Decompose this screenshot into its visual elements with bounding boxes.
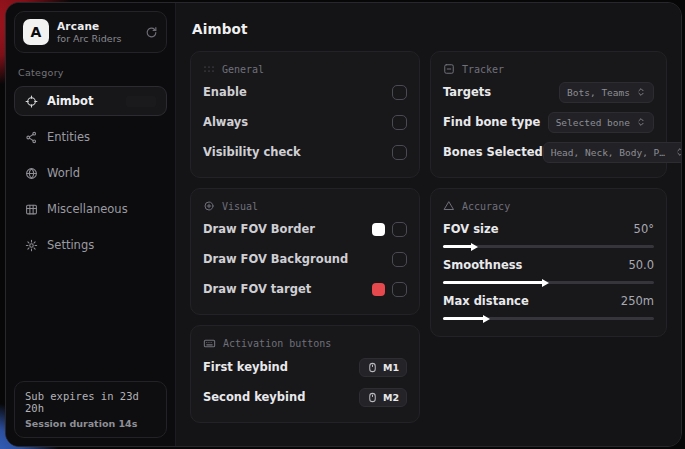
slider-value: 50.0 — [628, 258, 654, 272]
slider-label: Smoothness — [443, 258, 522, 272]
slider-thumb[interactable] — [471, 243, 478, 251]
fov-target-checkbox[interactable] — [392, 282, 407, 297]
gear-icon — [24, 239, 38, 252]
app-logo: A — [23, 19, 49, 45]
sidebar: A Arcane for Arc Riders Category Aimbot — [6, 3, 176, 446]
triangle-icon — [443, 200, 455, 212]
setting-label: Second keybind — [203, 390, 305, 404]
sidebar-item-label: World — [47, 166, 80, 180]
first-keybind-button[interactable]: M1 — [359, 358, 407, 377]
setting-label: Bones Selected — [443, 145, 543, 159]
sidebar-item-aimbot[interactable]: Aimbot — [14, 86, 167, 116]
setting-label: Enable — [203, 85, 247, 99]
subscription-info: Sub expires in 23d 20h Session duration … — [14, 381, 167, 438]
chevrons-up-down-icon — [636, 87, 646, 97]
mouse-icon — [367, 392, 378, 403]
app-subtitle: for Arc Riders — [57, 33, 137, 44]
keyboard-icon — [203, 337, 216, 350]
setting-row-fov-border: Draw FOV Border — [203, 216, 407, 242]
entities-icon — [24, 131, 38, 144]
activation-card: Activation buttons First keybind M1 — [190, 325, 420, 423]
bones-selected-dropdown[interactable]: Head, Neck, Body, Pe... — [543, 142, 681, 163]
slider-thumb[interactable] — [483, 315, 490, 323]
sidebar-item-settings[interactable]: Settings — [14, 230, 167, 260]
chevrons-up-down-icon — [636, 117, 646, 127]
setting-row-second-keybind: Second keybind M2 — [203, 384, 407, 410]
fov-target-color-swatch[interactable] — [372, 283, 385, 296]
tracker-card: Tracker Targets Bots, Teams — [430, 51, 667, 178]
session-duration-text: Session duration 14s — [25, 418, 156, 429]
mouse-icon — [367, 362, 378, 373]
category-label: Category — [18, 67, 163, 78]
setting-label: First keybind — [203, 360, 288, 374]
sidebar-nav: Aimbot Entities World — [14, 86, 167, 260]
square-minus-icon — [443, 63, 455, 75]
app-window: A Arcane for Arc Riders Category Aimbot — [5, 2, 682, 447]
sidebar-item-entities[interactable]: Entities — [14, 122, 167, 152]
globe-icon — [24, 167, 38, 180]
page-title: Aimbot — [192, 21, 665, 37]
fov-border-checkbox[interactable] — [392, 222, 407, 237]
card-title: Accuracy — [462, 201, 510, 212]
find-bone-type-dropdown[interactable]: Selected bone — [548, 112, 654, 133]
setting-label: Visibility check — [203, 145, 301, 159]
refresh-icon[interactable] — [145, 26, 158, 39]
targets-dropdown[interactable]: Bots, Teams — [559, 82, 654, 103]
always-checkbox[interactable] — [392, 115, 407, 130]
visual-card: Visual Draw FOV Border Draw FOV Backgrou… — [190, 188, 420, 315]
setting-label: Find bone type — [443, 115, 540, 129]
setting-row-first-keybind: First keybind M1 — [203, 354, 407, 380]
accuracy-card: Accuracy FOV size 50° — [430, 188, 667, 337]
crosshair-icon — [24, 95, 38, 108]
max-distance-slider[interactable] — [443, 317, 654, 320]
focus-plus-icon — [203, 200, 215, 212]
sidebar-item-world[interactable]: World — [14, 158, 167, 188]
slider-label: Max distance — [443, 294, 529, 308]
sidebar-item-miscellaneous[interactable]: Miscellaneous — [14, 194, 167, 224]
hotkey-hint — [126, 96, 156, 107]
logo-card: A Arcane for Arc Riders — [14, 11, 167, 53]
smoothness-slider-row: Smoothness 50.0 — [443, 258, 654, 284]
slider-label: FOV size — [443, 222, 499, 236]
general-card: General Enable Always Visibility check — [190, 51, 420, 178]
card-title: General — [222, 64, 264, 75]
smoothness-slider[interactable] — [443, 281, 654, 284]
grid-icon — [24, 203, 38, 216]
slider-value: 50° — [634, 222, 654, 236]
setting-row-find-bone-type: Find bone type Selected bone — [443, 109, 654, 135]
setting-row-targets: Targets Bots, Teams — [443, 79, 654, 105]
slider-thumb[interactable] — [542, 279, 549, 287]
setting-label: Always — [203, 115, 248, 129]
setting-label: Draw FOV Background — [203, 252, 348, 266]
chevrons-up-down-icon — [675, 147, 681, 157]
card-title: Tracker — [462, 64, 504, 75]
setting-label: Draw FOV Border — [203, 222, 315, 236]
slider-value: 250m — [621, 294, 654, 308]
setting-row-enable: Enable — [203, 79, 407, 105]
setting-label: Draw FOV target — [203, 282, 311, 296]
second-keybind-button[interactable]: M2 — [359, 388, 407, 407]
sidebar-item-label: Aimbot — [47, 94, 93, 108]
sidebar-item-label: Settings — [47, 238, 94, 252]
fov-border-color-swatch[interactable] — [372, 223, 385, 236]
fov-background-checkbox[interactable] — [392, 252, 407, 267]
main-panel: Aimbot General Enable — [176, 3, 681, 446]
visibility-check-checkbox[interactable] — [392, 145, 407, 160]
sidebar-item-label: Miscellaneous — [47, 202, 128, 216]
enable-checkbox[interactable] — [392, 85, 407, 100]
setting-row-bones-selected: Bones Selected Head, Neck, Body, Pe... — [443, 139, 654, 165]
card-title: Activation buttons — [223, 338, 331, 349]
setting-row-always: Always — [203, 109, 407, 135]
setting-row-fov-background: Draw FOV Background — [203, 246, 407, 272]
setting-row-fov-target: Draw FOV target — [203, 276, 407, 302]
sub-expiry-text: Sub expires in 23d 20h — [25, 390, 156, 414]
setting-row-visibility-check: Visibility check — [203, 139, 407, 165]
card-title: Visual — [222, 201, 258, 212]
sidebar-item-label: Entities — [47, 130, 90, 144]
fov-size-slider[interactable] — [443, 245, 654, 248]
grid-dots-icon — [203, 63, 215, 75]
max-distance-slider-row: Max distance 250m — [443, 294, 654, 320]
app-title: Arcane — [57, 20, 137, 32]
fov-size-slider-row: FOV size 50° — [443, 222, 654, 248]
setting-label: Targets — [443, 85, 491, 99]
